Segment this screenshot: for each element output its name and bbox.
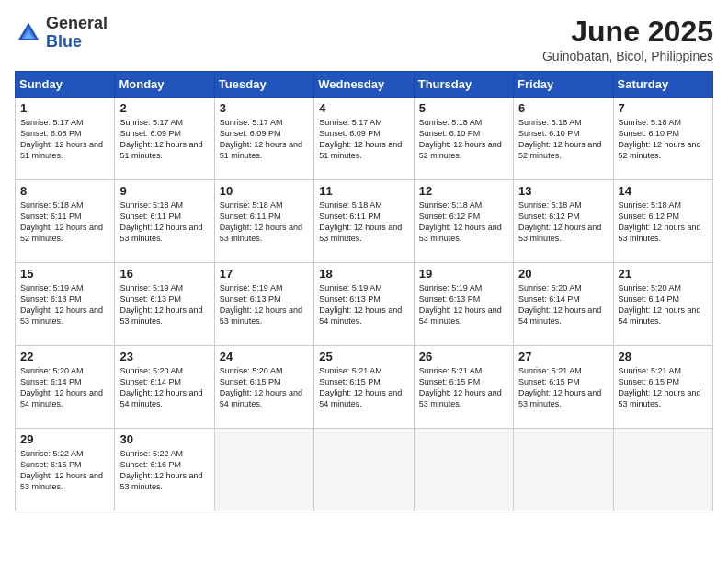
day-number: 27	[518, 350, 608, 363]
calendar-week-row: 15 Sunrise: 5:19 AM Sunset: 6:13 PM Dayl…	[16, 263, 713, 346]
header-day-monday: Monday	[115, 72, 214, 98]
calendar-cell: 22 Sunrise: 5:20 AM Sunset: 6:14 PM Dayl…	[16, 346, 115, 429]
day-number: 23	[119, 350, 209, 363]
day-info: Sunrise: 5:18 AM Sunset: 6:11 PM Dayligh…	[319, 200, 408, 245]
day-number: 24	[220, 350, 309, 363]
calendar-cell: 19 Sunrise: 5:19 AM Sunset: 6:13 PM Dayl…	[414, 263, 513, 346]
header-day-tuesday: Tuesday	[214, 72, 313, 98]
calendar-cell: 7 Sunrise: 5:18 AM Sunset: 6:10 PM Dayli…	[613, 98, 712, 180]
calendar-cell: 3 Sunrise: 5:17 AM Sunset: 6:09 PM Dayli…	[214, 98, 313, 180]
calendar-cell: 10 Sunrise: 5:18 AM Sunset: 6:11 PM Dayl…	[214, 180, 313, 263]
calendar-cell: 1 Sunrise: 5:17 AM Sunset: 6:08 PM Dayli…	[16, 98, 115, 180]
calendar-cell: 21 Sunrise: 5:20 AM Sunset: 6:14 PM Dayl…	[613, 263, 712, 346]
day-number: 6	[518, 101, 608, 115]
day-number: 13	[518, 184, 608, 198]
calendar-cell	[613, 429, 712, 511]
day-info: Sunrise: 5:20 AM Sunset: 6:14 PM Dayligh…	[518, 282, 608, 327]
day-number: 15	[20, 267, 109, 281]
calendar-cell: 9 Sunrise: 5:18 AM Sunset: 6:11 PM Dayli…	[115, 180, 214, 263]
day-number: 17	[220, 267, 309, 281]
header-day-friday: Friday	[514, 72, 613, 98]
calendar-cell: 17 Sunrise: 5:19 AM Sunset: 6:13 PM Dayl…	[214, 263, 313, 346]
logo: General Blue	[15, 15, 108, 52]
header-row: SundayMondayTuesdayWednesdayThursdayFrid…	[16, 72, 713, 98]
calendar-cell: 13 Sunrise: 5:18 AM Sunset: 6:12 PM Dayl…	[514, 180, 613, 263]
day-info: Sunrise: 5:18 AM Sunset: 6:11 PM Dayligh…	[20, 200, 109, 245]
day-info: Sunrise: 5:19 AM Sunset: 6:13 PM Dayligh…	[220, 282, 309, 327]
day-info: Sunrise: 5:22 AM Sunset: 6:15 PM Dayligh…	[20, 448, 109, 493]
day-info: Sunrise: 5:19 AM Sunset: 6:13 PM Dayligh…	[119, 282, 209, 327]
day-number: 20	[518, 267, 608, 281]
day-info: Sunrise: 5:17 AM Sunset: 6:09 PM Dayligh…	[220, 117, 309, 162]
day-number: 19	[419, 267, 508, 281]
calendar-cell	[214, 429, 313, 511]
title-area: June 2025 Guinobatan, Bicol, Philippines	[542, 15, 713, 63]
day-number: 14	[619, 184, 708, 198]
day-number: 12	[419, 184, 508, 198]
day-info: Sunrise: 5:21 AM Sunset: 6:15 PM Dayligh…	[518, 365, 608, 410]
calendar-cell: 24 Sunrise: 5:20 AM Sunset: 6:15 PM Dayl…	[214, 346, 313, 429]
day-info: Sunrise: 5:19 AM Sunset: 6:13 PM Dayligh…	[319, 282, 408, 327]
calendar-title: June 2025	[542, 15, 713, 49]
header-day-saturday: Saturday	[613, 72, 712, 98]
calendar-cell: 29 Sunrise: 5:22 AM Sunset: 6:15 PM Dayl…	[16, 429, 115, 511]
day-number: 11	[319, 184, 408, 198]
day-info: Sunrise: 5:21 AM Sunset: 6:15 PM Dayligh…	[319, 365, 408, 410]
calendar-cell: 16 Sunrise: 5:19 AM Sunset: 6:13 PM Dayl…	[115, 263, 214, 346]
day-info: Sunrise: 5:17 AM Sunset: 6:08 PM Dayligh…	[20, 117, 109, 162]
day-info: Sunrise: 5:18 AM Sunset: 6:12 PM Dayligh…	[419, 200, 508, 245]
day-number: 10	[220, 184, 309, 198]
day-info: Sunrise: 5:19 AM Sunset: 6:13 PM Dayligh…	[20, 282, 109, 327]
day-number: 7	[619, 101, 708, 115]
header-day-thursday: Thursday	[414, 72, 513, 98]
day-info: Sunrise: 5:17 AM Sunset: 6:09 PM Dayligh…	[319, 117, 408, 162]
calendar-cell: 2 Sunrise: 5:17 AM Sunset: 6:09 PM Dayli…	[115, 98, 214, 180]
day-number: 29	[20, 432, 109, 446]
day-number: 3	[220, 101, 309, 115]
logo-icon	[15, 19, 42, 47]
calendar-week-row: 29 Sunrise: 5:22 AM Sunset: 6:15 PM Dayl…	[16, 429, 713, 511]
day-number: 1	[20, 101, 109, 115]
day-info: Sunrise: 5:18 AM Sunset: 6:10 PM Dayligh…	[619, 117, 708, 162]
calendar-cell: 5 Sunrise: 5:18 AM Sunset: 6:10 PM Dayli…	[414, 98, 513, 180]
calendar-cell: 27 Sunrise: 5:21 AM Sunset: 6:15 PM Dayl…	[514, 346, 613, 429]
day-number: 30	[119, 432, 209, 446]
day-info: Sunrise: 5:18 AM Sunset: 6:10 PM Dayligh…	[518, 117, 608, 162]
day-number: 18	[319, 267, 408, 281]
calendar-week-row: 8 Sunrise: 5:18 AM Sunset: 6:11 PM Dayli…	[16, 180, 713, 263]
day-info: Sunrise: 5:21 AM Sunset: 6:15 PM Dayligh…	[419, 365, 508, 410]
header-day-sunday: Sunday	[16, 72, 115, 98]
day-number: 26	[419, 350, 508, 363]
day-info: Sunrise: 5:18 AM Sunset: 6:12 PM Dayligh…	[619, 200, 708, 245]
day-info: Sunrise: 5:17 AM Sunset: 6:09 PM Dayligh…	[119, 117, 209, 162]
calendar-cell: 4 Sunrise: 5:17 AM Sunset: 6:09 PM Dayli…	[314, 98, 414, 180]
calendar-table: SundayMondayTuesdayWednesdayThursdayFrid…	[15, 71, 713, 511]
calendar-cell: 6 Sunrise: 5:18 AM Sunset: 6:10 PM Dayli…	[514, 98, 613, 180]
calendar-cell	[514, 429, 613, 511]
calendar-cell	[414, 429, 513, 511]
day-number: 4	[319, 101, 408, 115]
calendar-cell: 23 Sunrise: 5:20 AM Sunset: 6:14 PM Dayl…	[115, 346, 214, 429]
logo-blue: Blue	[46, 33, 108, 52]
day-number: 8	[20, 184, 109, 198]
calendar-cell: 20 Sunrise: 5:20 AM Sunset: 6:14 PM Dayl…	[514, 263, 613, 346]
day-info: Sunrise: 5:20 AM Sunset: 6:15 PM Dayligh…	[220, 365, 309, 410]
logo-text: General Blue	[46, 15, 108, 52]
calendar-week-row: 22 Sunrise: 5:20 AM Sunset: 6:14 PM Dayl…	[16, 346, 713, 429]
calendar-cell: 8 Sunrise: 5:18 AM Sunset: 6:11 PM Dayli…	[16, 180, 115, 263]
calendar-cell: 25 Sunrise: 5:21 AM Sunset: 6:15 PM Dayl…	[314, 346, 414, 429]
day-info: Sunrise: 5:22 AM Sunset: 6:16 PM Dayligh…	[119, 448, 209, 493]
calendar-week-row: 1 Sunrise: 5:17 AM Sunset: 6:08 PM Dayli…	[16, 98, 713, 180]
day-number: 28	[619, 350, 708, 363]
calendar-subtitle: Guinobatan, Bicol, Philippines	[542, 49, 713, 63]
day-info: Sunrise: 5:21 AM Sunset: 6:15 PM Dayligh…	[619, 365, 708, 410]
calendar-cell: 14 Sunrise: 5:18 AM Sunset: 6:12 PM Dayl…	[613, 180, 712, 263]
day-number: 5	[419, 101, 508, 115]
day-number: 21	[619, 267, 708, 281]
day-info: Sunrise: 5:20 AM Sunset: 6:14 PM Dayligh…	[119, 365, 209, 410]
day-info: Sunrise: 5:18 AM Sunset: 6:12 PM Dayligh…	[518, 200, 608, 245]
day-info: Sunrise: 5:18 AM Sunset: 6:11 PM Dayligh…	[119, 200, 209, 245]
calendar-cell: 12 Sunrise: 5:18 AM Sunset: 6:12 PM Dayl…	[414, 180, 513, 263]
calendar-cell: 26 Sunrise: 5:21 AM Sunset: 6:15 PM Dayl…	[414, 346, 513, 429]
calendar-cell: 15 Sunrise: 5:19 AM Sunset: 6:13 PM Dayl…	[16, 263, 115, 346]
